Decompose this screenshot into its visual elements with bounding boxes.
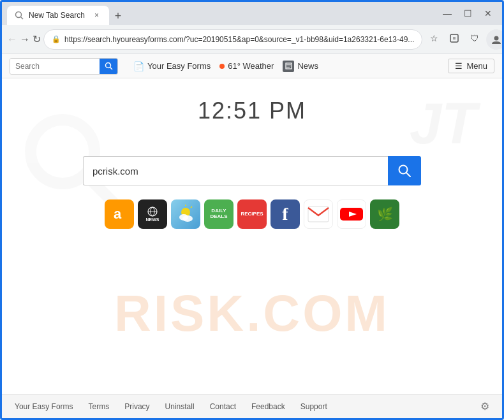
shortcut-last[interactable]: 🌿 [370,199,399,229]
toolbar-search-button[interactable] [100,58,117,75]
window-controls: — ☐ ✕ [438,4,497,22]
svg-point-22 [182,215,193,222]
tab-title: New Tab Search [29,11,87,20]
toolbar: 📄 Your Easy Forms 61° Weather News ☰ Men… [2,54,502,78]
profile-icon [491,34,502,45]
toolbar-menu-button[interactable]: ☰ Menu [448,59,494,73]
toolbar-nav-weather[interactable]: 61° Weather [219,61,274,71]
weather-label: 61° Weather [228,61,274,71]
extension-button[interactable] [445,29,463,47]
main-search-icon [397,164,411,178]
svg-point-0 [16,12,22,18]
toolbar-search-icon [105,62,113,70]
new-tab-button[interactable]: + [109,7,127,25]
watermark-container: JT RISK.COM [2,78,502,394]
footer: Your Easy Forms Terms Privacy Uninstall … [2,394,502,418]
bookmark-button[interactable]: ☆ [425,29,443,47]
youtube-icon [339,205,364,223]
browser-window: New Tab Search × + — ☐ ✕ ← → ↻ 🔒 https:/… [0,0,504,420]
amazon-icon: a [110,205,129,224]
active-tab[interactable]: New Tab Search × [7,6,109,25]
footer-link-privacy[interactable]: Privacy [124,402,149,411]
svg-text:🌿: 🌿 [377,206,393,222]
shortcut-deals[interactable]: DAILYDEALS [204,199,233,229]
clock-display: 12:51 PM [198,98,306,124]
forward-button[interactable]: → [20,29,30,50]
shortcut-recipes[interactable]: RECIPES [237,199,267,229]
shield-button[interactable]: 🛡 [466,29,484,47]
svg-point-4 [105,63,110,68]
url-actions: ☆ 🛡 ⋮ [425,29,504,50]
settings-gear-icon[interactable]: ⚙ [480,400,489,412]
news-shortcut-icon [145,206,159,217]
lock-icon: 🔒 [52,35,61,43]
watermark-logo: JT [410,91,477,157]
gmail-icon [308,206,329,222]
footer-link-feedback[interactable]: Feedback [251,402,285,411]
news-shortcut-label: NEWS [146,217,159,222]
svg-point-3 [494,36,499,40]
main-search-button[interactable] [388,156,421,185]
recipes-label: RECIPES [241,212,263,217]
weather-dot-icon [219,64,225,69]
back-button[interactable]: ← [7,29,17,50]
shortcut-amazon[interactable]: a [105,199,134,229]
url-text: https://search.hyoureasyforms.com/?uc=20… [64,35,414,44]
tab-area: New Tab Search × + [7,2,433,25]
shortcut-weather[interactable] [171,199,200,229]
svg-line-1 [21,17,24,20]
page-content: JT RISK.COM 12:51 PM a [2,78,502,394]
tab-favicon-icon [15,11,24,20]
toolbar-nav-news[interactable]: News [283,61,318,72]
last-icon: 🌿 [374,203,396,225]
close-window-button[interactable]: ✕ [479,4,497,22]
shortcut-facebook[interactable]: f [271,199,300,229]
address-bar: ← → ↻ 🔒 https://search.hyoureasyforms.co… [2,25,502,54]
footer-link-terms[interactable]: Terms [89,402,110,411]
toolbar-nav: 📄 Your Easy Forms 61° Weather News [133,61,438,72]
easy-forms-icon: 📄 [133,61,144,71]
svg-line-20 [191,206,192,208]
profile-button[interactable] [486,29,504,50]
toolbar-search-input[interactable] [10,59,100,74]
menu-label: Menu [466,61,487,71]
easy-forms-label: Your Easy Forms [147,61,211,71]
shortcuts-bar: a NEWS [105,199,399,229]
main-search-bar [83,156,421,185]
hamburger-icon: ☰ [455,61,463,71]
deals-label: DAILYDEALS [210,208,227,220]
shortcut-gmail[interactable] [304,199,333,229]
shortcut-news[interactable]: NEWS [138,199,167,229]
weather-shortcut-icon [175,205,196,224]
puzzle-icon [449,33,459,43]
minimize-button[interactable]: — [438,4,456,22]
svg-text:a: a [114,206,122,222]
watermark-text: RISK.COM [114,284,390,343]
svg-line-5 [110,68,112,70]
shortcut-youtube[interactable] [337,199,366,229]
footer-link-contact[interactable]: Contact [210,402,236,411]
news-label: News [297,61,318,71]
reload-button[interactable]: ↻ [33,29,41,50]
svg-rect-23 [308,206,329,222]
news-icon [283,61,294,72]
toolbar-search [10,58,118,75]
footer-link-easy-forms[interactable]: Your Easy Forms [15,402,73,411]
maximize-button[interactable]: ☐ [459,4,477,22]
footer-link-uninstall[interactable]: Uninstall [165,402,195,411]
tab-close-button[interactable]: × [92,10,101,21]
title-bar: New Tab Search × + — ☐ ✕ [2,2,502,25]
toolbar-nav-easy-forms[interactable]: 📄 Your Easy Forms [133,61,211,71]
facebook-label: f [282,204,288,224]
svg-line-13 [406,173,410,177]
url-bar[interactable]: 🔒 https://search.hyoureasyforms.com/?uc=… [43,29,422,50]
footer-link-support[interactable]: Support [300,402,327,411]
main-search-input[interactable] [83,156,388,185]
